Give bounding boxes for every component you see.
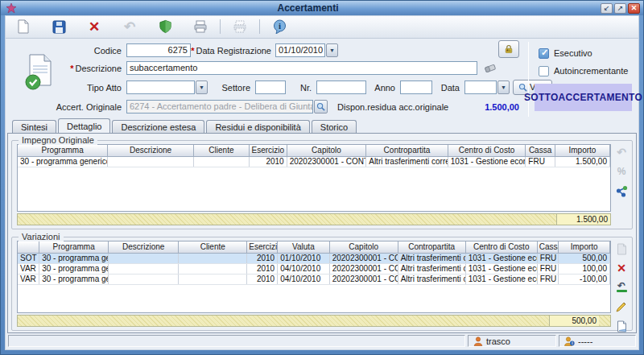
descrizione-label: *Descrizione — [54, 64, 122, 73]
autoincrementante-checkbox[interactable] — [539, 66, 549, 76]
impegno-side-toolbar: ↶ % — [613, 146, 630, 197]
codice-label: Codice — [54, 46, 122, 56]
tab-dettaglio[interactable]: Dettaglio — [58, 118, 110, 133]
descrizione-input[interactable]: subaccertamento — [126, 61, 477, 75]
tipo-atto-select[interactable] — [126, 80, 195, 94]
variazioni-title: Variazioni — [19, 232, 64, 241]
save-icon[interactable] — [51, 19, 67, 35]
accert-originale-input[interactable]: 6274 - Accertamento padre - Delibera di … — [126, 100, 313, 114]
close-button[interactable]: ✕ — [628, 3, 640, 14]
autoincrementante-label: Autoincrementante — [554, 66, 628, 76]
status-user-panel: trasco — [468, 335, 556, 347]
esecutivo-checkbox[interactable] — [539, 48, 549, 59]
status-user: trasco — [486, 336, 510, 346]
statusbar: trasco i ----- — [6, 333, 638, 349]
percent-icon[interactable]: % — [615, 165, 628, 178]
data-registrazione-input[interactable]: 01/10/2010 — [275, 43, 325, 57]
print-preview-icon[interactable] — [232, 19, 248, 35]
security-shield-icon[interactable] — [157, 19, 173, 35]
window-title: Accertamenti — [17, 2, 599, 14]
esecutivo-row: Esecutivo — [539, 48, 592, 59]
variazioni-table[interactable]: Programma DescrizioneCliente EsercizioVa… — [17, 241, 611, 313]
lock-all-button[interactable]: ALL — [498, 40, 519, 58]
accert-originale-label: Accert. Originale — [22, 102, 122, 112]
lock-all-badge: ALL — [506, 49, 511, 52]
impegno-total-row: 1.500,00 — [17, 213, 611, 225]
data-registrazione-label: *Data Registrazione — [171, 46, 271, 56]
table-row[interactable]: VAR30 - programma generico 201004/10/201… — [18, 263, 610, 274]
undo-icon[interactable]: ↶ — [122, 19, 138, 35]
info-icon[interactable]: i — [271, 19, 287, 35]
impegno-originale-title: Impegno Originale — [19, 135, 97, 145]
new-variation-icon[interactable] — [615, 242, 628, 255]
table-row[interactable]: VAR30 - programma generico 201004/10/201… — [18, 274, 610, 284]
table-row[interactable]: 30 - programma generico 2010 20202300001… — [18, 156, 610, 167]
settore-input[interactable] — [255, 80, 286, 94]
app-window: Accertamenti ↙ ↗ ✕ ✕ ↶ — [0, 0, 644, 355]
autoincrementante-row: Autoincrementante — [539, 66, 628, 76]
required-marker: * — [191, 46, 194, 56]
tipo-atto-label: Tipo Atto — [54, 83, 122, 93]
tab-descrizione-estesa[interactable]: Descrizione estesa — [112, 120, 204, 133]
form-separator — [528, 42, 529, 117]
status-session: ----- — [578, 336, 592, 346]
hierarchy-link-icon[interactable] — [615, 184, 628, 197]
data-input[interactable] — [464, 80, 497, 94]
status-session-panel: i ----- — [559, 335, 636, 347]
toolbar-separator — [220, 19, 221, 34]
variazioni-total-row: 500,00 — [17, 315, 611, 327]
sottoaccertamento-badge: SOTTOACCERTAMENTO — [535, 84, 632, 111]
nr-label: Nr. — [294, 83, 312, 93]
variazioni-table-header[interactable]: Programma DescrizioneCliente EsercizioVa… — [18, 241, 610, 253]
dispon-residua-label: Dispon.residua acc.originale — [337, 102, 466, 112]
header-form: Codice 6275 *Data Registrazione 01/10/20… — [6, 39, 638, 118]
data-label: Data — [437, 83, 460, 93]
anno-label: Anno — [369, 83, 395, 93]
tab-residui-disponibilita[interactable]: Residui e disponibilità — [206, 120, 309, 133]
impegno-total-importo: 1.500,00 — [556, 214, 610, 225]
tabstrip: Sintesi Dettaglio Descrizione estesa Res… — [6, 118, 638, 133]
user-info-icon: i — [564, 336, 575, 346]
esecutivo-label: Esecutivo — [554, 48, 592, 58]
tipo-atto-dropdown[interactable]: ▼ — [196, 80, 208, 94]
accert-originale-search-button[interactable] — [314, 100, 328, 114]
tab-sintesi[interactable]: Sintesi — [12, 120, 56, 133]
toolbar-separator — [259, 19, 260, 34]
dispon-residua-value: 1.500,00 — [456, 102, 519, 112]
toolbar: ✕ ↶ i — [6, 16, 638, 39]
svg-text:i: i — [278, 21, 280, 31]
magnifier-icon — [316, 102, 325, 111]
data-dropdown[interactable]: ▼ — [497, 80, 510, 94]
document-check-icon — [23, 53, 56, 93]
impegno-table[interactable]: ProgrammaDescrizione ClienteEsercizio Ca… — [17, 144, 611, 212]
titlebar[interactable]: Accertamenti ↙ ↗ ✕ — [1, 1, 643, 15]
impegno-table-header[interactable]: ProgrammaDescrizione ClienteEsercizio Ca… — [18, 145, 610, 156]
magnifier-icon — [518, 83, 527, 92]
data-registrazione-dropdown[interactable]: ▼ — [326, 43, 338, 57]
edit-pencil-icon[interactable] — [615, 300, 628, 313]
delete-variation-icon[interactable]: ✕ — [615, 262, 628, 275]
print-icon[interactable] — [192, 19, 208, 35]
user-icon — [473, 336, 483, 346]
impegno-originale-group: Impegno Originale ProgrammaDescrizione C… — [11, 140, 633, 229]
new-document-icon[interactable] — [15, 19, 31, 35]
variazioni-side-toolbar: ✕ ↶ — [613, 242, 630, 332]
undo-rows-icon[interactable]: ↶ — [615, 146, 628, 159]
duplicate-icon[interactable] — [615, 320, 628, 332]
table-row[interactable]: SOT30 - programma generico 201001/10/201… — [18, 253, 610, 263]
nr-input[interactable] — [316, 80, 366, 94]
maximize-button[interactable]: ↗ — [614, 3, 626, 14]
window-body: ✕ ↶ i — [5, 15, 639, 350]
variazioni-total-importo: 500,00 — [549, 316, 599, 326]
eraser-icon[interactable] — [482, 60, 498, 76]
minimize-button[interactable]: ↙ — [601, 3, 613, 14]
delete-icon[interactable]: ✕ — [86, 19, 102, 35]
variazioni-group: Variazioni Programma DescrizioneCliente … — [11, 237, 633, 331]
restore-icon[interactable]: ↶ — [615, 281, 628, 294]
anno-input[interactable] — [400, 80, 432, 94]
settore-label: Settore — [217, 83, 250, 93]
svg-text:i: i — [572, 341, 572, 345]
tab-storico[interactable]: Storico — [312, 120, 357, 133]
dettaglio-panel: Impegno Originale ProgrammaDescrizione C… — [7, 133, 637, 333]
app-icon — [6, 2, 17, 14]
